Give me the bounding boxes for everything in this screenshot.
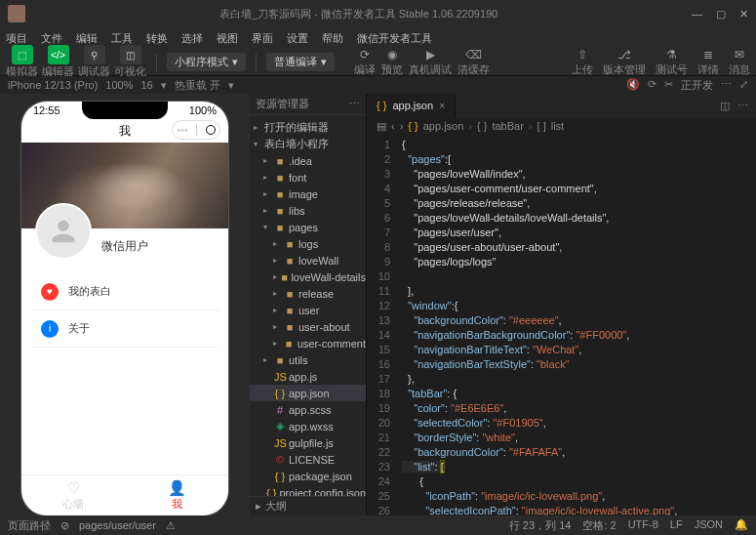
preview-label: 预览 <box>381 62 403 77</box>
phone-battery: 100% <box>189 104 217 116</box>
cursor-pos[interactable]: 行 23，列 14 <box>509 518 572 533</box>
folder-item[interactable]: ▸■libs <box>250 202 366 219</box>
file-item[interactable]: JSapp.js <box>250 368 366 385</box>
avatar[interactable] <box>35 203 92 260</box>
code-editor[interactable]: 1 2 3 4 5 6 7 8 9 10 11 12 13 14 15 16 1… <box>367 135 756 515</box>
file-item[interactable]: ©LICENSE <box>250 451 366 468</box>
test-icon[interactable]: ⚗ <box>664 47 680 62</box>
menu-item[interactable]: 项目 <box>6 31 27 46</box>
file-item[interactable]: ◈app.wxss <box>250 418 366 434</box>
file-item[interactable]: { }package.json <box>250 468 366 484</box>
menu-item[interactable]: 设置 <box>287 31 308 46</box>
chevron-down-icon: ▾ <box>321 56 327 68</box>
bell-icon[interactable]: 🔔 <box>735 518 748 533</box>
folder-item[interactable]: ▸■loveWall <box>250 252 366 268</box>
encoding[interactable]: UTF-8 <box>628 518 658 533</box>
mute-icon[interactable]: 🔇 <box>626 78 640 93</box>
scale-pct: 16 <box>140 79 152 91</box>
page-path-label[interactable]: 页面路径 <box>8 518 51 533</box>
zoom-level[interactable]: 100% <box>105 79 133 91</box>
folder-item[interactable]: ▸■utils <box>250 351 366 368</box>
capsule-button[interactable]: ••• <box>172 120 220 140</box>
more-icon[interactable]: ⋯ <box>721 78 732 93</box>
version-icon[interactable]: ⎇ <box>617 47 632 62</box>
folder-item[interactable]: ▸■.idea <box>250 152 366 169</box>
clear-cache-icon[interactable]: ⌫ <box>466 47 482 62</box>
eol[interactable]: LF <box>670 518 683 533</box>
menu-item[interactable]: 转换 <box>146 31 168 46</box>
language[interactable]: JSON <box>695 518 723 533</box>
list-item[interactable]: ♥ 我的表白 <box>31 273 219 310</box>
open-editors[interactable]: ▸打开的编辑器 <box>250 119 366 136</box>
menu-item[interactable]: 选择 <box>181 31 203 46</box>
editor-button[interactable]: </> <box>48 45 69 64</box>
folder-item[interactable]: ▾■pages <box>250 219 366 235</box>
simulator-button[interactable]: ⬚ <box>12 45 33 64</box>
cut-icon[interactable]: ✂ <box>664 78 673 93</box>
indent[interactable]: 空格: 2 <box>582 518 616 533</box>
user-icon: 👤 <box>168 479 186 497</box>
menu-item[interactable]: 微信开发者工具 <box>357 31 432 46</box>
detail-icon[interactable]: ≣ <box>700 47 716 62</box>
folder-item[interactable]: ▸■user-comment <box>250 335 366 351</box>
simulator-panel: 12:55 100% 我 ••• 微信用户 ♥ 我的表白 i <box>0 94 250 515</box>
breadcrumb[interactable]: ▤‹› { }app.json› { }tabBar› [ ]list <box>367 117 756 135</box>
more-icon[interactable]: ⋯ <box>737 100 748 112</box>
file-item[interactable]: JSgulpfile.js <box>250 434 366 451</box>
folder-item[interactable]: ▸■image <box>250 185 366 202</box>
folder-item[interactable]: ▸■user-about <box>250 318 366 335</box>
folder-item[interactable]: ▸■release <box>250 285 366 302</box>
list-item[interactable]: i 关于 <box>31 310 219 348</box>
more-icon[interactable]: ⋯ <box>349 98 360 110</box>
menu-item[interactable]: 界面 <box>252 31 273 46</box>
dev-mode-label[interactable]: 正开发 <box>681 78 713 93</box>
hot-reload[interactable]: 热重载 开 <box>175 78 220 93</box>
editor-tab[interactable]: { } app.json × <box>367 94 456 117</box>
outline-section[interactable]: ▸大纲 <box>250 496 366 515</box>
tab-label: app.json <box>392 100 433 111</box>
test-label: 测试号 <box>656 62 688 77</box>
upload-label: 上传 <box>572 62 593 77</box>
upload-icon[interactable]: ⇧ <box>575 47 590 62</box>
code-content[interactable]: { "pages":[ "pages/loveWall/index", "pag… <box>396 135 756 515</box>
device-name[interactable]: iPhone 12/13 (Pro) <box>8 79 98 91</box>
menu-item[interactable]: 编辑 <box>76 31 98 46</box>
close-tab-icon[interactable]: × <box>439 100 445 111</box>
message-icon[interactable]: ✉ <box>732 47 747 62</box>
folder-item[interactable]: ▸■loveWall-details <box>250 268 366 285</box>
tab-wall[interactable]: ♡ 心墙 <box>21 475 125 515</box>
detail-label: 详情 <box>697 62 719 77</box>
file-item[interactable]: #app.scss <box>250 401 366 418</box>
file-item[interactable]: { }project.config.json <box>250 484 366 496</box>
split-icon[interactable]: ◫ <box>720 100 730 112</box>
menu-item[interactable]: 视图 <box>217 31 238 46</box>
file-item[interactable]: { }app.json <box>250 385 366 401</box>
rotate-icon[interactable]: ⟳ <box>648 78 657 93</box>
page-path[interactable]: pages/user/user <box>79 519 156 531</box>
editor-tabs: { } app.json × ◫⋯ <box>367 94 756 117</box>
menu-item[interactable]: 帮助 <box>322 31 343 46</box>
main: 12:55 100% 我 ••• 微信用户 ♥ 我的表白 i <box>0 94 756 515</box>
compile-dropdown[interactable]: 普通编译▾ <box>266 53 335 71</box>
menu-list: ♥ 我的表白 i 关于 <box>31 273 219 348</box>
folder-item[interactable]: ▸■logs <box>250 235 366 252</box>
window-controls: — ▢ ✕ <box>692 8 748 21</box>
menu-item[interactable]: 工具 <box>111 31 133 46</box>
tab-me[interactable]: 👤 我 <box>125 475 228 515</box>
real-debug-icon[interactable]: ▶ <box>422 47 438 62</box>
preview-icon[interactable]: ◉ <box>384 47 400 62</box>
minimize-icon[interactable]: — <box>692 8 702 21</box>
mode-dropdown[interactable]: 小程序模式▾ <box>167 53 246 71</box>
project-root[interactable]: ▾表白墙小程序 <box>250 136 366 152</box>
menu-item[interactable]: 文件 <box>41 31 62 46</box>
folder-item[interactable]: ▸■user <box>250 302 366 318</box>
close-icon[interactable]: ✕ <box>739 8 748 21</box>
compile-icon[interactable]: ⟳ <box>357 47 373 62</box>
visual-button[interactable]: ◫ <box>120 45 141 64</box>
target-icon <box>206 125 216 135</box>
expand-icon[interactable]: ⤢ <box>739 78 748 93</box>
folder-item[interactable]: ▸■font <box>250 169 366 185</box>
warning-icon[interactable]: ⚠ <box>166 519 176 532</box>
maximize-icon[interactable]: ▢ <box>716 8 726 21</box>
debugger-button[interactable]: ⚲ <box>84 45 105 64</box>
